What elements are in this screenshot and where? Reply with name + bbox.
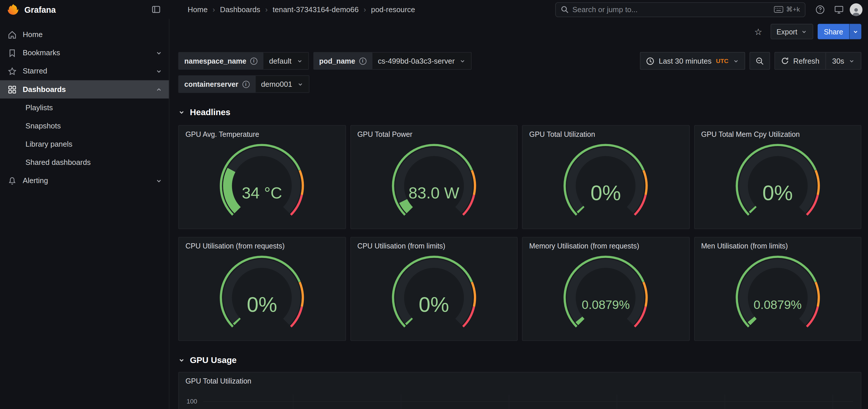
headlines-row-2: CPU Utilisation (from requests) 0% CPU U… xyxy=(178,237,861,341)
gauge-value: 0.0879% xyxy=(548,297,664,312)
sidebar-item-home[interactable]: Home xyxy=(0,26,169,44)
panel-title: GPU Total Power xyxy=(351,126,517,138)
y-axis-tick: 100 xyxy=(187,398,197,405)
gridline-horizontal xyxy=(203,401,853,402)
search-input[interactable] xyxy=(572,5,770,13)
info-icon[interactable]: i xyxy=(250,57,257,64)
user-avatar[interactable] xyxy=(850,3,863,16)
variable-value: default xyxy=(269,57,292,65)
gauge-panel-gpu-total-utilization[interactable]: GPU Total Utilization 0% xyxy=(522,125,689,229)
gauge-panel-gpu-total-power[interactable]: GPU Total Power 83.0 W xyxy=(350,125,518,229)
variable-value-dropdown[interactable]: default xyxy=(264,52,309,70)
breadcrumb-separator: › xyxy=(364,5,366,13)
chevron-down-icon xyxy=(733,58,739,64)
sidebar-item-alerting[interactable]: Alerting xyxy=(0,171,169,190)
help-icon[interactable] xyxy=(812,2,828,18)
gridline-vertical xyxy=(617,395,617,409)
refresh-interval-label: 30s xyxy=(832,57,844,65)
share-button[interactable]: Share xyxy=(818,24,849,39)
gridline-vertical xyxy=(833,395,833,409)
sidebar-item-library-panels[interactable]: Library panels xyxy=(0,135,169,153)
breadcrumb-item[interactable]: tenant-37343164-demo66 xyxy=(273,5,359,13)
gauge-panel-gpu-avg-temperature[interactable]: GPU Avg. Temperature 34 °C xyxy=(178,125,346,229)
monitor-icon[interactable] xyxy=(831,2,846,18)
refresh-button[interactable]: Refresh xyxy=(775,53,826,69)
apps-icon xyxy=(8,85,17,94)
section-headlines[interactable]: Headlines xyxy=(178,107,861,117)
dashboard-content: ☆ Export Share xyxy=(169,19,868,409)
chevron-down-icon xyxy=(801,29,807,35)
gauge-chart xyxy=(204,140,320,224)
panel-title: CPU Utilisation (from requests) xyxy=(179,238,345,250)
panel-title: GPU Total Utilization xyxy=(179,373,861,385)
sidebar-toggle-icon[interactable] xyxy=(148,2,164,18)
refresh-interval-dropdown[interactable]: 30s xyxy=(826,53,861,69)
sidebar-item-label: Dashboards xyxy=(23,85,66,94)
star-dashboard-icon[interactable]: ☆ xyxy=(750,24,766,39)
gauge-panel-gpu-total-mem-cpy-utilization[interactable]: GPU Total Mem Cpy Utilization 0% xyxy=(694,125,861,229)
time-controls: Last 30 minutes UTC xyxy=(640,52,861,70)
sidebar-item-label: Library panels xyxy=(26,140,72,148)
gauge-panel-cpu-utilisation-limits[interactable]: CPU Utilisation (from limits) 0% xyxy=(350,237,518,341)
variable-value: demo001 xyxy=(261,80,292,88)
variable-value-dropdown[interactable]: demo001 xyxy=(255,75,309,93)
sidebar-item-shared-dashboards[interactable]: Shared dashboards xyxy=(0,153,169,171)
info-icon[interactable]: i xyxy=(359,57,366,64)
sidebar-item-playlists[interactable]: Playlists xyxy=(0,99,169,117)
clock-icon xyxy=(646,57,654,65)
refresh-group: Refresh 30s xyxy=(775,52,862,70)
chevron-down-icon xyxy=(848,58,855,64)
grafana-logo xyxy=(7,3,20,15)
section-title: GPU Usage xyxy=(190,355,237,365)
sidebar-item-label: Alerting xyxy=(23,177,48,185)
gauge-chart xyxy=(548,252,664,335)
sidebar-item-starred[interactable]: Starred xyxy=(0,62,169,80)
section-gpu-usage[interactable]: GPU Usage xyxy=(178,355,861,365)
top-bar: Grafana Home › Dashboards › tenant-37343… xyxy=(0,0,868,19)
breadcrumb: Home › Dashboards › tenant-37343164-demo… xyxy=(188,5,415,13)
chevron-down-icon xyxy=(156,50,162,56)
timeseries-panel-gpu-total-utilization[interactable]: GPU Total Utilization 100 xyxy=(178,372,861,409)
chevron-down-icon xyxy=(852,29,859,35)
export-button[interactable]: Export xyxy=(771,24,813,39)
sidebar-item-dashboards[interactable]: Dashboards xyxy=(0,80,169,98)
gauge-value: 0% xyxy=(204,293,320,317)
gauge-value: 0% xyxy=(720,181,836,205)
variable-value-dropdown[interactable]: cs-499bd-0a3c3-server xyxy=(372,52,472,70)
gridline-vertical xyxy=(509,395,509,409)
variable-label: pod_name xyxy=(319,57,355,65)
gauge-chart xyxy=(720,252,836,335)
chevron-down-icon xyxy=(460,58,466,64)
chevron-down-icon xyxy=(156,177,162,184)
gauge-panel-mem-utilisation-limits[interactable]: Men Utilisation (from limits) 0.0879% xyxy=(694,237,861,341)
breadcrumb-item[interactable]: Dashboards xyxy=(220,5,260,13)
zoom-out-button[interactable] xyxy=(749,52,770,70)
gauge-panel-cpu-utilisation-requests[interactable]: CPU Utilisation (from requests) 0% xyxy=(178,237,346,341)
info-icon[interactable]: i xyxy=(242,81,249,88)
search-shortcut: ⌘+k xyxy=(774,5,800,13)
time-range-label: Last 30 minutes xyxy=(659,57,711,65)
gauge-value: 0.0879% xyxy=(720,297,836,312)
sidebar-item-snapshots[interactable]: Snapshots xyxy=(0,117,169,135)
breadcrumb-separator: › xyxy=(265,5,268,13)
sidebar-item-bookmarks[interactable]: Bookmarks xyxy=(0,44,169,62)
search-box[interactable]: ⌘+k xyxy=(555,2,806,17)
time-range-picker[interactable]: Last 30 minutes UTC xyxy=(640,52,745,70)
star-icon xyxy=(8,67,17,76)
panel-title: GPU Total Mem Cpy Utilization xyxy=(694,126,861,138)
sidebar: Home Bookmarks Starred xyxy=(0,19,169,409)
refresh-label: Refresh xyxy=(793,57,819,65)
gridline-vertical xyxy=(724,395,725,409)
sidebar-item-label: Home xyxy=(23,30,42,39)
topbar-left: Grafana xyxy=(0,2,169,18)
gauge-chart xyxy=(376,140,492,224)
breadcrumb-item[interactable]: Home xyxy=(188,5,208,13)
panel-title: GPU Avg. Temperature xyxy=(179,126,345,138)
chevron-down-icon xyxy=(297,81,303,87)
breadcrumb-item[interactable]: pod-resource xyxy=(371,5,415,13)
variable-pod-name: pod_name i cs-499bd-0a3c3-server xyxy=(313,52,472,70)
share-menu-button[interactable] xyxy=(849,24,861,39)
gauge-value: 0% xyxy=(548,181,664,205)
sidebar-item-label: Snapshots xyxy=(26,122,61,130)
gauge-panel-memory-utilisation-requests[interactable]: Memory Utilisation (from requests) 0.087… xyxy=(522,237,689,341)
